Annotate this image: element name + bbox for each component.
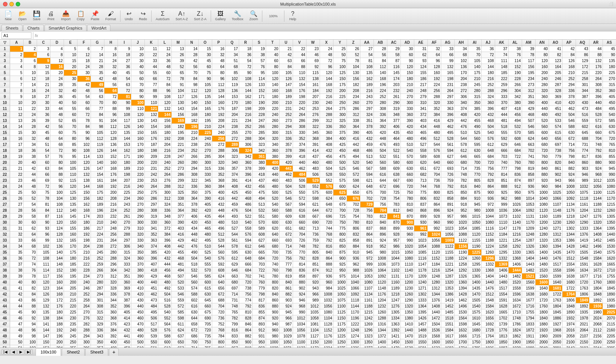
- cell-AH33[interactable]: 1122: [454, 237, 468, 243]
- cell-R37[interactable]: 666: [239, 261, 252, 267]
- cell-AK24[interactable]: 888: [495, 183, 508, 189]
- cell-N33[interactable]: 462: [185, 237, 198, 243]
- cell-X46[interactable]: 1104: [320, 315, 333, 321]
- cell-AL46[interactable]: 1748: [508, 315, 522, 321]
- cell-A32[interactable]: 32: [10, 231, 23, 237]
- cell-L34[interactable]: 408: [158, 243, 171, 249]
- cell-D41[interactable]: 164: [50, 285, 64, 291]
- cell-O26[interactable]: 390: [198, 195, 212, 201]
- cell-A29[interactable]: 29: [10, 213, 23, 219]
- cell-N4[interactable]: 56: [185, 64, 198, 70]
- cell-W3[interactable]: 69: [306, 58, 320, 64]
- cell-D38[interactable]: 152: [50, 267, 64, 273]
- cell-Q43[interactable]: 731: [225, 297, 239, 303]
- cell-AQ44[interactable]: 1892: [576, 303, 589, 309]
- col-header-E[interactable]: E: [64, 40, 77, 46]
- cell-D16[interactable]: 64: [50, 135, 64, 141]
- cell-R13[interactable]: 234: [239, 117, 252, 123]
- cell-P9[interactable]: 144: [212, 94, 225, 100]
- cell-Q11[interactable]: 187: [225, 105, 239, 111]
- cell-B27[interactable]: 54: [23, 201, 37, 207]
- cell-R44[interactable]: 792: [239, 303, 252, 309]
- cell-S5[interactable]: 95: [252, 70, 266, 76]
- cell-A49[interactable]: 49: [10, 333, 23, 339]
- cell-AC21[interactable]: 609: [387, 165, 400, 171]
- cell-G18[interactable]: 126: [91, 147, 104, 153]
- cell-AM10[interactable]: 390: [522, 100, 535, 105]
- cell-AR31[interactable]: 1364: [589, 225, 603, 231]
- cell-AJ11[interactable]: 396: [481, 105, 495, 111]
- cell-W24[interactable]: 552: [306, 183, 320, 189]
- cell-X27[interactable]: 648: [320, 201, 333, 207]
- cell-AI44[interactable]: 1540: [468, 303, 481, 309]
- cell-L24[interactable]: 288: [158, 183, 171, 189]
- cell-D4[interactable]: 16: [50, 64, 64, 70]
- cell-AK2[interactable]: 74: [495, 52, 508, 58]
- cell-AA26[interactable]: 702: [360, 195, 373, 201]
- cell-K22[interactable]: 242: [144, 171, 158, 177]
- cell-AS41[interactable]: 1845: [603, 285, 616, 291]
- cell-K14[interactable]: 154: [144, 123, 158, 129]
- cell-AO45[interactable]: 1845: [549, 309, 562, 315]
- cell-J17[interactable]: 170: [131, 141, 144, 147]
- cell-R17[interactable]: 306: [239, 141, 252, 147]
- cell-O47[interactable]: 705: [198, 321, 212, 327]
- cell-E3[interactable]: 15: [64, 58, 77, 64]
- cell-AB32[interactable]: 896: [373, 231, 387, 237]
- cell-Z40[interactable]: 1040: [347, 279, 360, 285]
- cell-AO29[interactable]: 1189: [549, 213, 562, 219]
- cell-AR32[interactable]: 1408: [589, 231, 603, 237]
- cell-AA7[interactable]: 189: [360, 82, 373, 88]
- cell-B37[interactable]: 74: [23, 261, 37, 267]
- cell-O36[interactable]: 540: [198, 255, 212, 261]
- cell-C9[interactable]: 27: [37, 94, 50, 100]
- cell-F14[interactable]: 84: [77, 123, 91, 129]
- cell-K16[interactable]: 176: [144, 135, 158, 141]
- cell-E17[interactable]: 85: [64, 141, 77, 147]
- cell-AQ2[interactable]: 86: [576, 52, 589, 58]
- cell-AR33[interactable]: 1452: [589, 237, 603, 243]
- cell-H16[interactable]: 128: [104, 135, 118, 141]
- cell-AA10[interactable]: 270: [360, 100, 373, 105]
- cell-AL49[interactable]: 1862: [508, 333, 522, 339]
- cell-I15[interactable]: 135: [118, 129, 131, 135]
- cell-S1[interactable]: 19: [252, 46, 266, 52]
- cell-S24[interactable]: 456: [252, 183, 266, 189]
- cell-D34[interactable]: 136: [50, 243, 64, 249]
- cell-S45[interactable]: 855: [252, 309, 266, 315]
- sheet-nav-last[interactable]: ▶|: [25, 349, 33, 355]
- cell-AN35[interactable]: 1400: [535, 249, 549, 255]
- cell-J44[interactable]: 440: [131, 303, 144, 309]
- cell-M2[interactable]: 26: [171, 52, 185, 58]
- cell-AR30[interactable]: 1320: [589, 219, 603, 225]
- cell-L48[interactable]: 576: [158, 327, 171, 333]
- cell-P51[interactable]: 816: [212, 345, 225, 348]
- cell-G31[interactable]: 217: [91, 225, 104, 231]
- cell-AF34[interactable]: 1088: [427, 243, 441, 249]
- cell-D9[interactable]: 36: [50, 94, 64, 100]
- cell-Z28[interactable]: 728: [347, 207, 360, 213]
- cell-AF33[interactable]: 1056: [427, 237, 441, 243]
- cell-AN8[interactable]: 320: [535, 88, 549, 94]
- cell-AO34[interactable]: 1394: [549, 243, 562, 249]
- cell-G39[interactable]: 273: [91, 273, 104, 279]
- cell-O16[interactable]: 240: [198, 135, 212, 141]
- cell-AI9[interactable]: 315: [468, 94, 481, 100]
- cell-AQ33[interactable]: 1419: [576, 237, 589, 243]
- cell-AI7[interactable]: 245: [468, 82, 481, 88]
- cell-AB36[interactable]: 1008: [373, 255, 387, 261]
- cell-X15[interactable]: 360: [320, 129, 333, 135]
- cell-AH6[interactable]: 204: [454, 76, 468, 82]
- cell-AS10[interactable]: 450: [603, 100, 616, 105]
- cell-X19[interactable]: 456: [320, 153, 333, 159]
- cell-M14[interactable]: 182: [171, 123, 185, 129]
- col-header-L[interactable]: L: [158, 40, 171, 46]
- cell-H14[interactable]: 112: [104, 123, 118, 129]
- cell-AE47[interactable]: 1457: [414, 321, 427, 327]
- cell-C35[interactable]: 105: [37, 249, 50, 255]
- cell-AD28[interactable]: 840: [400, 207, 414, 213]
- cell-Q20[interactable]: 340: [225, 159, 239, 165]
- cell-AM30[interactable]: 1170: [522, 219, 535, 225]
- cell-AK18[interactable]: 666: [495, 147, 508, 153]
- cell-AH12[interactable]: 408: [454, 111, 468, 117]
